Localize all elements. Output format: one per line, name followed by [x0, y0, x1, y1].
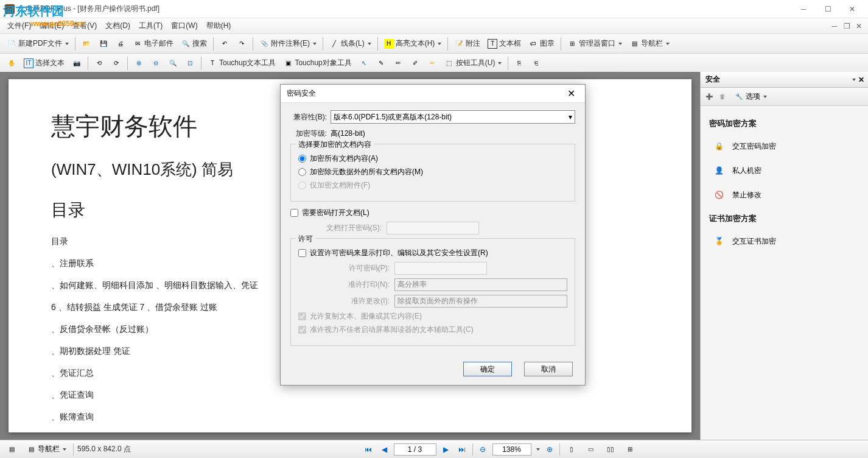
first-page[interactable]: ⏮	[362, 442, 375, 457]
zoom-out[interactable]: ⊖	[148, 55, 164, 71]
menu-tools[interactable]: 工具(T)	[135, 19, 166, 33]
compat-label: 兼容性(B):	[290, 112, 327, 122]
marquee-zoom[interactable]: 🔍	[165, 55, 181, 71]
stamp-button[interactable]: 🏷图章	[525, 36, 558, 52]
page-input[interactable]	[394, 443, 436, 456]
print-button[interactable]: 🖨	[113, 36, 128, 52]
options-button[interactable]: 🔧选项	[731, 89, 770, 105]
mdi-restore[interactable]: ❐	[841, 22, 852, 30]
next-page[interactable]: ▶	[440, 442, 452, 457]
doc-line: 、账簿查询	[51, 412, 649, 423]
line-button[interactable]: ╱线条(L)	[326, 36, 374, 52]
textbox-button[interactable]: T文本框	[485, 36, 524, 52]
search-button[interactable]: 🔍搜索	[178, 36, 210, 52]
ok-button[interactable]: 确定	[463, 362, 512, 376]
radio-encrypt-attachments: 仅加密文档附件(F)	[298, 180, 567, 191]
copy-tool[interactable]: ⎘	[511, 55, 527, 71]
layout-facing[interactable]: ▯▯	[603, 442, 618, 457]
cancel-button[interactable]: 取消	[524, 362, 573, 376]
window-title: 文电通PDF Plus - [财务用户操作说明书.pdf]	[18, 4, 159, 14]
zoom-in-status[interactable]: ⊕	[544, 442, 556, 457]
zoom-in[interactable]: ⊕	[131, 55, 147, 71]
last-page[interactable]: ⏭	[455, 442, 469, 457]
scheme-interactive-cert[interactable]: 🏅 交互证书加密	[709, 229, 859, 253]
print-allow-select: 高分辨率	[394, 278, 567, 291]
check-allow-accessibility: 准许视力不佳者启动屏幕阅读器的文本辅助工具(C)	[298, 325, 567, 335]
panel-body: 密码加密方案 🔒 交互密码加密 👤 私人机密 🚫 禁止修改 证书加密方案 🏅 交…	[701, 106, 868, 259]
mdi-minimize[interactable]: ─	[829, 22, 840, 30]
highlighter-tool[interactable]: ✏	[424, 55, 440, 71]
nav-bar-button[interactable]: ▤导航栏	[626, 36, 673, 52]
scheme-no-modify[interactable]: 🚫 禁止修改	[709, 183, 859, 207]
save-button[interactable]: 💾	[96, 36, 111, 52]
section-password: 密码加密方案	[709, 118, 859, 129]
note-button[interactable]: 📝附注	[451, 36, 483, 52]
panel-dropdown-icon[interactable]	[852, 79, 856, 81]
delete-scheme-icon[interactable]: 🗑	[718, 92, 727, 102]
check-set-permissions[interactable]: 设置许可密码来显示打印、编辑以及其它安全性设置(R)	[298, 248, 567, 258]
hand-tool[interactable]: ✋	[4, 55, 19, 71]
enc-level-value: 高(128-bit)	[331, 129, 365, 139]
scheme-private[interactable]: 👤 私人机密	[709, 158, 859, 183]
perm-password-label: 许可密码(P):	[298, 263, 390, 273]
paste-tool[interactable]: ⎗	[528, 55, 544, 71]
edit-tool-2[interactable]: ✏	[390, 55, 406, 71]
status-nav-button[interactable]: ▤导航栏	[23, 442, 69, 457]
panel-close[interactable]: ✕	[858, 76, 864, 84]
zoom-out-status[interactable]: ⊖	[477, 442, 489, 457]
radio-encrypt-except-meta[interactable]: 加密除元数据外的所有文档内容(M)	[298, 167, 567, 177]
edit-tool-3[interactable]: ✐	[407, 55, 423, 71]
menu-view[interactable]: 查看(V)	[69, 19, 100, 33]
highlight-button[interactable]: H高亮文本(H)	[381, 36, 445, 52]
zoom-input[interactable]	[492, 443, 531, 456]
mdi-close[interactable]: ✕	[853, 22, 864, 30]
arrow-tool[interactable]: ↖	[356, 55, 372, 71]
panel-toolbar: ➕ 🗑 🔧选项	[701, 88, 868, 106]
open-password-label: 文档打开密码(S):	[290, 223, 382, 233]
enc-level-label: 加密等级:	[290, 129, 327, 139]
maximize-button[interactable]: ☐	[817, 2, 839, 16]
change-allow-select: 除提取页面外的所有操作	[394, 295, 567, 308]
page-dimensions: 595.0 x 842.0 点	[77, 444, 131, 454]
manager-window-button[interactable]: ⊞管理器窗口	[564, 36, 625, 52]
minimize-button[interactable]: ─	[793, 2, 814, 16]
attach-note-button[interactable]: 📎附件注释(E)	[256, 36, 320, 52]
rotate-cw[interactable]: ⟳	[108, 55, 124, 71]
status-toggle-1[interactable]: ▤	[4, 442, 19, 457]
menu-document[interactable]: 文档(D)	[102, 19, 134, 33]
check-require-open-password[interactable]: 需要密码打开文档(L)	[290, 208, 575, 218]
open-button[interactable]: 📂	[79, 36, 94, 52]
add-scheme-icon[interactable]: ➕	[704, 92, 714, 102]
layout-single[interactable]: ▯	[564, 442, 579, 457]
touchup-object-tool[interactable]: ▣Touchup对象工具	[280, 55, 354, 71]
close-button[interactable]: ✕	[841, 2, 863, 16]
select-text-tool[interactable]: IT选择文本	[21, 55, 68, 71]
scheme-interactive-password[interactable]: 🔒 交互密码加密	[709, 134, 859, 158]
lock-icon: 🔒	[712, 139, 726, 153]
dialog-close-button[interactable]: ✕	[564, 86, 579, 100]
menu-edit[interactable]: 编辑(E)	[36, 19, 68, 33]
zoom-dropdown[interactable]	[536, 448, 540, 451]
compat-select[interactable]: 版本6.0(PDF1.5)或更高版本(128-bit)▾	[331, 110, 575, 124]
menu-window[interactable]: 窗口(W)	[167, 19, 201, 33]
button-tool[interactable]: ⬚按钮工具(U)	[441, 55, 505, 71]
undo-button[interactable]: ↶	[217, 36, 233, 52]
permissions-group: 许可 设置许可密码来显示打印、编辑以及其它安全性设置(R) 许可密码(P): 准…	[290, 238, 575, 346]
menu-help[interactable]: 帮助(H)	[203, 19, 235, 33]
edit-tool-1[interactable]: ✎	[373, 55, 389, 71]
fit-page[interactable]: ⊡	[182, 55, 198, 71]
panel-title: 安全	[705, 74, 720, 85]
dialog-title-bar[interactable]: 密码安全 ✕	[281, 85, 585, 103]
rotate-ccw[interactable]: ⟲	[91, 55, 107, 71]
layout-cont-facing[interactable]: ⊞	[622, 442, 638, 457]
section-certificate: 证书加密方案	[709, 213, 859, 224]
new-pdf-button[interactable]: 📄新建PDF文件	[4, 36, 72, 52]
touchup-text-tool[interactable]: TTouchup文本工具	[205, 55, 279, 71]
redo-button[interactable]: ↷	[234, 36, 250, 52]
layout-continuous[interactable]: ▭	[583, 442, 599, 457]
radio-encrypt-all[interactable]: 加密所有文档内容(A)	[298, 153, 567, 164]
prev-page[interactable]: ◀	[379, 442, 390, 457]
snapshot-tool[interactable]: 📷	[69, 55, 85, 71]
email-button[interactable]: ✉电子邮件	[130, 36, 177, 52]
menu-file[interactable]: 文件(F)	[4, 19, 35, 33]
